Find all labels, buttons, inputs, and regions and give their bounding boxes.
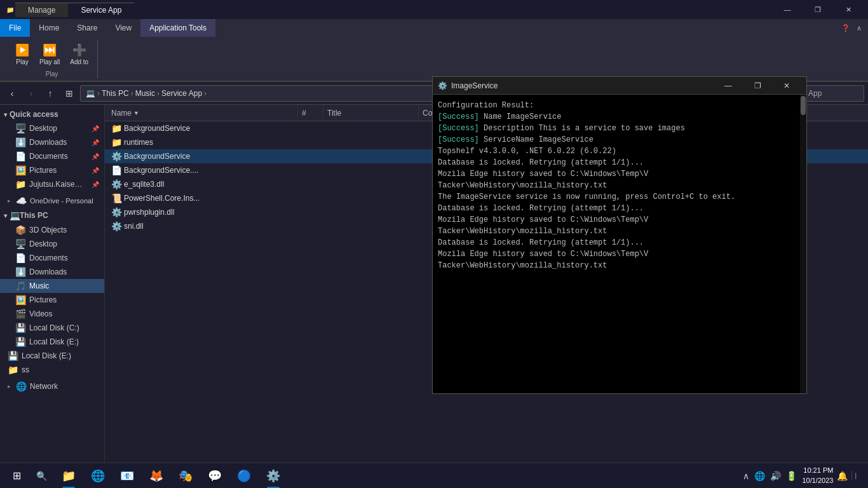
path-segment-serviceapp[interactable]: Service App (161, 89, 202, 98)
file-name-6: ⚙️ pwrshplugin.dll (107, 207, 298, 217)
ribbon-help-icon[interactable]: ❓ (841, 24, 850, 32)
sidebar-item-localc[interactable]: 💾 Local Disk (C:) (0, 321, 104, 335)
sidebar-item-3dobjects[interactable]: 📦 3D Objects (0, 223, 104, 237)
sidebar-item-jujutsu-quick[interactable]: 📁 Jujutsu.Kaisen.S0... 📌 (0, 177, 104, 191)
taskbar-item-mail[interactable]: 📧 (113, 463, 141, 489)
title-bar-controls: — ❐ ✕ (773, 0, 863, 19)
minimize-button[interactable]: — (773, 0, 802, 19)
sidebar-item-desktop-quick[interactable]: 🖥️ Desktop 📌 (0, 121, 104, 135)
sidebar-item-desktop[interactable]: 🖥️ Desktop (0, 237, 104, 251)
sidebar-item-documents[interactable]: 📄 Documents (0, 251, 104, 265)
taskbar-item-app1[interactable]: 🎭 (172, 463, 200, 489)
col-header-num[interactable]: # (298, 105, 323, 121)
start-button[interactable]: ⊞ (3, 463, 31, 489)
sidebar-label-locale: Local Disk (E:) (29, 337, 79, 346)
locale2-icon: 💾 (8, 351, 18, 361)
sidebar-item-network[interactable]: ▸ 🌐 Network (0, 379, 104, 393)
sidebar-item-videos[interactable]: 🎬 Videos (0, 307, 104, 321)
thispc-header[interactable]: ▾ 💻 This PC (0, 208, 104, 223)
sidebar-item-onedrive[interactable]: ▸ ☁️ OneDrive - Personal (0, 194, 104, 208)
play-all-button[interactable]: ⏭️ Play all (36, 41, 64, 68)
recent-button[interactable]: ⊞ (61, 85, 78, 102)
sidebar-item-documents-quick[interactable]: 📄 Documents 📌 (0, 149, 104, 163)
terminal-line-4: Topshelf v4.3.0.0, .NET 6.0.22 (6.0.22) (438, 146, 795, 157)
terminal-line-9: Mozila Edge history saved to C:\Windows\… (438, 214, 795, 237)
sidebar-label-music: Music (29, 281, 49, 290)
localc-icon: 💾 (15, 323, 25, 333)
up-button[interactable]: ↑ (42, 85, 58, 102)
path-segment-thispc-label[interactable]: This PC (102, 89, 129, 98)
sidebar-label-downloads-quick: Downloads (29, 138, 67, 147)
path-segment-music[interactable]: Music (135, 89, 155, 98)
taskbar-item-edge[interactable]: 🌐 (84, 463, 112, 489)
back-button[interactable]: ‹ (4, 85, 20, 102)
clock-time: 10:21 PM (802, 466, 833, 475)
tab-service-app[interactable]: Service App (68, 3, 134, 17)
col-header-name[interactable]: Name ▼ (107, 105, 298, 121)
taskbar-item-app3[interactable]: 🔵 (230, 463, 258, 489)
col-header-title[interactable]: Title (323, 105, 419, 121)
network-icon: 🌐 (16, 381, 26, 391)
forward-button[interactable]: › (23, 85, 39, 102)
sidebar-item-locale2[interactable]: 💾 Local Disk (E:) (0, 349, 104, 363)
sidebar-label-videos: Videos (29, 309, 52, 318)
ribbon-expand-icon[interactable]: ∧ (857, 24, 862, 32)
maximize-button[interactable]: ❐ (803, 0, 832, 19)
desktop-icon: 🖥️ (15, 123, 25, 133)
folder-icon-0: 📁 (111, 123, 121, 133)
pin-icon-documents: 📌 (92, 153, 99, 160)
title-bar: 📁 Manage Service App — ❐ ✕ (0, 0, 868, 19)
add-to-playlist-button[interactable]: ➕ Add to (66, 41, 92, 68)
tab-view[interactable]: View (106, 19, 140, 37)
tray-network-icon[interactable]: 🌐 (753, 470, 766, 482)
playlist-icon: ➕ (72, 43, 86, 57)
terminal-minimize-button[interactable]: — (714, 77, 743, 95)
ribbon: File Home Share View Application Tools ❓… (0, 19, 868, 82)
quick-access-header[interactable]: ▾ Quick access (0, 107, 104, 121)
sidebar-label-documents-quick: Documents (29, 152, 68, 161)
tab-share[interactable]: Share (68, 19, 106, 37)
sidebar-label-desktop-quick: Desktop (29, 124, 57, 133)
tray-volume-icon[interactable]: 🔊 (769, 470, 782, 482)
sidebar-item-pictures[interactable]: 🖼️ Pictures (0, 293, 104, 307)
sidebar-item-downloads-quick[interactable]: ⬇️ Downloads 📌 (0, 135, 104, 149)
taskbar-clock[interactable]: 10:21 PM 10/1/2023 (802, 466, 833, 485)
tray-expand-icon[interactable]: ∧ (742, 470, 750, 482)
tab-file[interactable]: File (0, 19, 30, 37)
pictures2-icon: 🖼️ (15, 295, 25, 305)
tray-battery-icon[interactable]: 🔋 (785, 470, 798, 482)
playlist-label: Add to (70, 58, 88, 65)
sidebar-item-pictures-quick[interactable]: 🖼️ Pictures 📌 (0, 163, 104, 177)
sidebar-label-downloads: Downloads (29, 268, 67, 276)
scrollbar-thumb[interactable] (801, 96, 806, 115)
thispc-arrow: ▾ (4, 212, 7, 219)
play-all-label: Play all (39, 58, 60, 65)
show-desktop-button[interactable]: | (851, 471, 859, 480)
play-button[interactable]: ▶️ Play (11, 41, 33, 68)
terminal-content[interactable]: Configuration Result: [Success] Name Ima… (433, 95, 800, 393)
pin-icon-downloads: 📌 (92, 139, 99, 146)
col-name-sort: ▼ (133, 110, 139, 116)
taskbar-item-app2[interactable]: 💬 (201, 463, 229, 489)
taskbar-item-firefox[interactable]: 🦊 (142, 463, 170, 489)
ribbon-content: ▶️ Play ⏭️ Play all ➕ Add to Play (0, 37, 868, 81)
sidebar-item-ss[interactable]: 📁 ss (0, 363, 104, 377)
tab-manage[interactable]: Manage (15, 3, 68, 17)
path-segment-thispc[interactable]: 💻 (86, 89, 95, 98)
pin-icon-pictures: 📌 (92, 167, 99, 174)
sidebar-item-locale[interactable]: 💾 Local Disk (E:) (0, 335, 104, 349)
sidebar-label-desktop: Desktop (29, 240, 57, 248)
notification-icon[interactable]: 🔔 (837, 471, 848, 481)
sidebar-item-downloads[interactable]: ⬇️ Downloads (0, 265, 104, 279)
terminal-maximize-button[interactable]: ❐ (743, 77, 772, 95)
search-button[interactable]: 🔍 (31, 463, 52, 489)
close-button[interactable]: ✕ (834, 0, 863, 19)
folder-icon-1: 📁 (111, 137, 121, 147)
tab-home[interactable]: Home (30, 19, 68, 37)
taskbar-item-settings[interactable]: ⚙️ (259, 463, 287, 489)
sidebar-item-music[interactable]: 🎵 Music (0, 279, 104, 293)
terminal-scrollbar[interactable] (800, 95, 806, 393)
terminal-close-button[interactable]: ✕ (772, 77, 801, 95)
tab-application-tools[interactable]: Application Tools (140, 19, 215, 37)
taskbar-item-explorer[interactable]: 📁 (55, 463, 83, 489)
